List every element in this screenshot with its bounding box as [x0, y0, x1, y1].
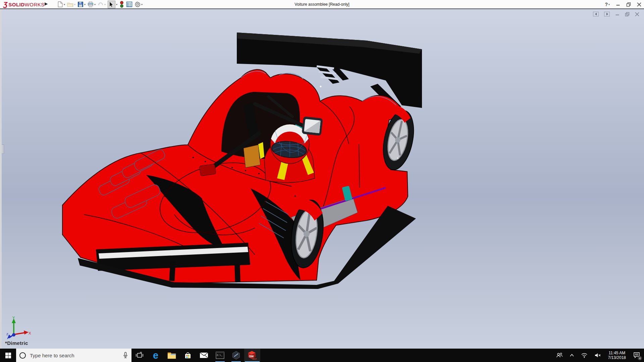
graphics-viewport[interactable]: Y X Z *Dimetric — [0, 9, 644, 349]
task-view-icon — [136, 352, 143, 359]
print-caret[interactable]: ▾ — [94, 3, 96, 6]
close-button[interactable] — [637, 2, 641, 7]
orientation-label: *Dimetric — [5, 340, 28, 346]
next-view-button[interactable] — [604, 12, 610, 16]
doc-restore-icon — [625, 12, 630, 16]
rearview-mirror — [302, 116, 323, 136]
taskbar-search[interactable] — [16, 349, 131, 362]
restore-button[interactable] — [626, 2, 631, 7]
solidworks-logo[interactable]: Ʒ SOLID WORKS — [3, 1, 45, 8]
titlebar: Ʒ SOLID WORKS ▶ ▾ ▾ — [0, 0, 644, 9]
triad-x-label: X — [29, 331, 31, 335]
clock-date: 7/13/2018 — [608, 355, 626, 360]
select-tool-pressed-frame — [108, 1, 115, 8]
save-icon — [77, 1, 84, 7]
interference-check-button[interactable] — [119, 1, 124, 8]
traffic-light-icon — [119, 1, 124, 8]
design-report-icon — [126, 1, 132, 7]
minimize-button[interactable] — [616, 2, 620, 6]
solidworks-logo-light: WORKS — [25, 2, 45, 7]
action-center-button[interactable]: 4 — [631, 349, 643, 362]
open-document-button[interactable]: ▾ — [67, 1, 75, 7]
design-report-button[interactable] — [126, 1, 132, 7]
clock-time: 11:45 AM — [608, 351, 626, 355]
taskbar-app-edge[interactable]: e — [148, 349, 164, 362]
select-tool-button[interactable]: ▾ — [108, 1, 117, 8]
mail-icon — [200, 352, 208, 359]
menu-expand-arrow-icon[interactable]: ▶ — [45, 1, 48, 6]
taskbar-clock[interactable]: 11:45 AM 7/13/2018 — [605, 351, 629, 360]
save-button[interactable]: ▾ — [77, 1, 86, 7]
minimize-icon — [616, 2, 620, 6]
taskbar-app-file-explorer[interactable] — [164, 349, 180, 362]
select-cursor-icon — [109, 2, 114, 7]
start-button[interactable] — [0, 349, 16, 362]
taskbar-app-store[interactable] — [180, 349, 196, 362]
save-caret[interactable]: ▾ — [84, 3, 86, 6]
doc-restore-button[interactable] — [625, 12, 630, 16]
doc-close-icon — [635, 12, 639, 16]
cockpit-side-panel — [244, 145, 260, 168]
document-window-controls — [593, 12, 639, 16]
cortana-icon — [19, 352, 26, 359]
solidworks-logo-bold: SOLID — [8, 2, 24, 7]
taskbar: e C:\_ — [0, 349, 644, 362]
open-folder-icon — [67, 1, 73, 7]
doc-minimize-icon — [615, 12, 620, 16]
taskbar-app-cmd[interactable]: C:\_ — [212, 349, 228, 362]
people-button[interactable] — [554, 349, 565, 362]
taskbar-app-solidworks[interactable]: SW 2017 — [244, 349, 260, 362]
taskbar-app-mail[interactable] — [196, 349, 212, 362]
quick-access-toolbar: ▾ ▾ ▾ — [57, 0, 145, 9]
options-button[interactable]: ▾ — [135, 1, 143, 7]
edge-icon: e — [153, 351, 158, 360]
file-explorer-icon — [167, 352, 176, 359]
wifi-icon — [581, 353, 588, 358]
undo-button[interactable]: ▾ — [98, 1, 106, 7]
windows-start-icon — [5, 353, 11, 358]
new-document-button[interactable]: ▾ — [57, 1, 65, 7]
model-3d-render[interactable] — [0, 9, 644, 349]
help-caret[interactable]: ▾ — [608, 3, 610, 6]
doc-close-button[interactable] — [635, 12, 639, 16]
prev-view-button[interactable] — [593, 12, 599, 16]
microphone-icon[interactable] — [123, 352, 128, 359]
close-icon — [637, 2, 641, 7]
select-tool-caret[interactable]: ▾ — [116, 3, 117, 6]
gear-icon — [135, 1, 141, 7]
cmd-icon: C:\_ — [216, 352, 224, 359]
orientation-triad: Y X Z — [6, 316, 33, 340]
open-document-caret[interactable]: ▾ — [74, 3, 75, 6]
undo-icon — [98, 1, 104, 7]
hexagon-app-icon — [232, 351, 240, 360]
solidworks-icon: SW 2017 — [247, 351, 257, 360]
volume-muted-icon — [594, 353, 601, 358]
network-button[interactable] — [579, 349, 590, 362]
undo-caret[interactable]: ▾ — [104, 3, 106, 6]
tray-overflow-button[interactable] — [567, 349, 577, 362]
people-icon — [556, 352, 563, 358]
restore-icon — [626, 2, 631, 7]
help-icon: ? — [605, 2, 608, 7]
print-icon — [88, 1, 94, 7]
triad-z-label: Z — [6, 333, 8, 336]
side-mirror — [199, 164, 216, 176]
new-document-icon — [57, 1, 63, 7]
search-input[interactable] — [30, 353, 123, 358]
prev-view-icon — [595, 13, 597, 15]
next-view-icon — [606, 13, 608, 15]
doc-minimize-button[interactable] — [615, 12, 620, 16]
store-icon — [184, 351, 192, 359]
task-view-button[interactable] — [131, 349, 148, 362]
solidworks-logo-mark: Ʒ — [3, 1, 7, 8]
solidworks-icon-year: 2017 — [252, 358, 257, 360]
taskbar-app-hexagon[interactable] — [228, 349, 244, 362]
print-button[interactable]: ▾ — [88, 1, 96, 7]
volume-button[interactable] — [592, 349, 603, 362]
new-document-caret[interactable]: ▾ — [64, 3, 65, 6]
system-tray: 11:45 AM 7/13/2018 4 — [554, 349, 644, 362]
help-button[interactable]: ? ▾ — [605, 2, 610, 7]
cmd-prompt-text: C:\_ — [217, 354, 223, 357]
options-caret[interactable]: ▾ — [141, 3, 143, 6]
window-controls: ? ▾ — [605, 0, 641, 9]
